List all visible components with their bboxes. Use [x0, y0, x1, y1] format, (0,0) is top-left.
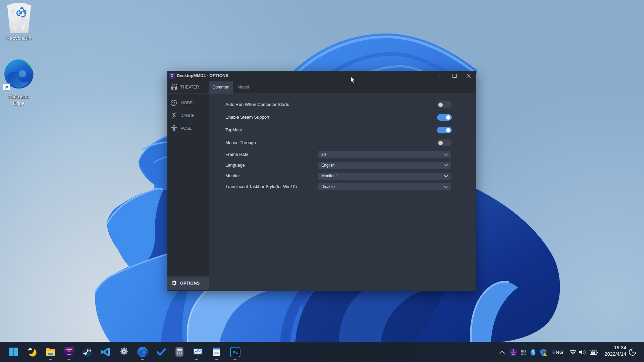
svg-text:Ps: Ps	[232, 350, 238, 355]
